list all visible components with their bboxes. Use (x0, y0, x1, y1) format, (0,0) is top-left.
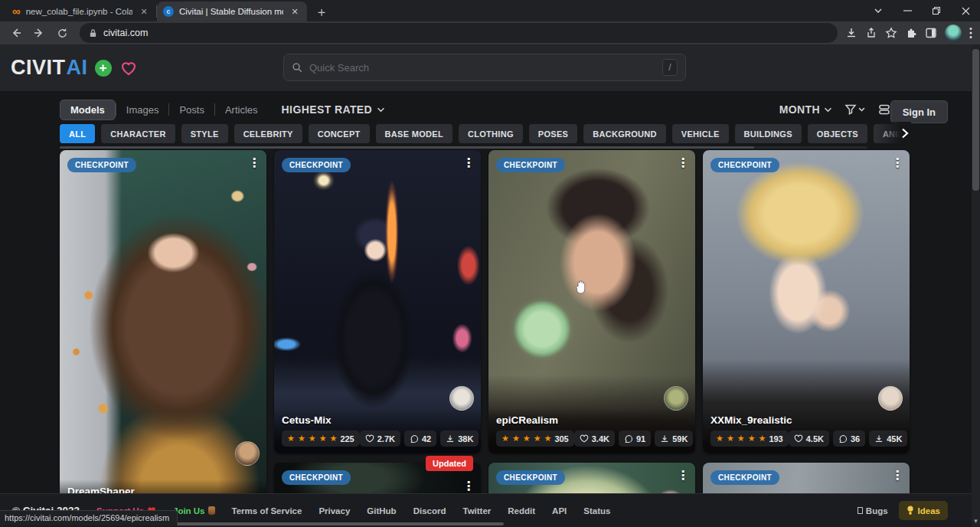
categories-scroll-right[interactable] (876, 122, 911, 145)
share-icon[interactable] (865, 27, 877, 39)
model-card-cetus-mix[interactable]: CHECKPOINT Cetus-Mix 225 2.7K 42 (274, 150, 481, 453)
window-restore-button[interactable] (922, 0, 951, 21)
side-panel-icon[interactable] (925, 27, 937, 39)
card-menu-icon[interactable] (675, 466, 691, 484)
quick-search-bar[interactable]: / (283, 54, 686, 81)
model-card-dreamshaper[interactable]: CHECKPOINT DreamShaper (60, 150, 266, 504)
sort-dropdown[interactable]: HIGHEST RATED (282, 103, 386, 116)
star-icon (759, 434, 766, 444)
tab-search-chevron-icon[interactable] (864, 0, 893, 21)
footer-link-terms[interactable]: Terms of Service (232, 506, 302, 516)
logo-text-civit: CIVIT (11, 56, 66, 80)
window-close-button[interactable] (951, 0, 980, 21)
browser-profile-avatar[interactable] (945, 25, 962, 41)
url-bar[interactable]: civitai.com (80, 23, 838, 43)
creator-avatar[interactable] (235, 441, 260, 466)
browser-menu-icon[interactable] (969, 27, 972, 39)
category-buildings[interactable]: BUILDINGS (735, 124, 802, 143)
category-background[interactable]: BACKGROUND (583, 124, 666, 143)
tab-articles[interactable]: Articles (215, 100, 268, 119)
footer-ideas-button[interactable]: Ideas (899, 501, 948, 520)
comments-count: 42 (422, 434, 431, 444)
category-all[interactable]: ALL (60, 124, 95, 143)
category-vehicle[interactable]: VEHICLE (672, 124, 729, 143)
category-style[interactable]: STYLE (181, 124, 228, 143)
category-concept[interactable]: CONCEPT (309, 124, 370, 143)
footer-link-github[interactable]: GitHub (367, 506, 396, 516)
upload-plus-button[interactable]: + (95, 60, 112, 77)
new-tab-button[interactable]: ＋ (312, 2, 332, 21)
tab-close-icon[interactable]: ✕ (289, 5, 301, 18)
comment-icon (410, 434, 419, 444)
url-text: civitai.com (103, 28, 148, 38)
browser-tab-civitai[interactable]: Civitai | Stable Diffusion models, ✕ (157, 2, 307, 21)
filter-funnel-button[interactable] (844, 103, 865, 116)
content-type-tabs: Models Images Posts Articles (60, 100, 268, 120)
checkpoint-badge: CHECKPOINT (710, 470, 779, 485)
scrollbar-down-arrow[interactable]: ▼ (972, 518, 979, 525)
tab-models[interactable]: Models (60, 100, 116, 120)
logo-text-ai: AI (67, 56, 88, 80)
category-character[interactable]: CHARACTER (101, 124, 175, 143)
chevron-down-icon (858, 107, 865, 112)
heart-outline-icon[interactable] (119, 60, 138, 77)
star-icon (309, 434, 316, 444)
category-base-model[interactable]: BASE MODEL (376, 124, 452, 143)
footer-bugs-button[interactable]: Bugs (858, 506, 888, 516)
checkpoint-badge: CHECKPOINT (496, 470, 565, 485)
model-card-epicrealism[interactable]: CHECKPOINT epiCRealism 305 3.4K 91 (488, 150, 695, 453)
card-menu-icon[interactable] (675, 153, 691, 172)
bug-icon (858, 507, 863, 514)
search-input[interactable] (309, 62, 662, 74)
model-card-xxmix[interactable]: CHECKPOINT XXMix_9realistic 193 4.5K 36 (703, 150, 910, 453)
reload-button[interactable] (52, 23, 72, 43)
browser-titlebar: ∞ new_colab_file.ipynb - Colaborat ✕ Civ… (0, 0, 980, 21)
footer-link-status[interactable]: Status (583, 506, 610, 516)
card-menu-icon[interactable] (247, 153, 262, 172)
model-title: epiCRealism (496, 414, 688, 426)
updated-badge: Updated (426, 456, 473, 471)
footer-link-discord[interactable]: Discord (413, 506, 446, 516)
footer-link-privacy[interactable]: Privacy (318, 506, 350, 516)
tab-title: Civitai | Stable Diffusion models, (179, 7, 283, 16)
likes-count: 3.4K (592, 434, 609, 444)
footer-link-twitter[interactable]: Twitter (462, 506, 491, 516)
chevron-right-icon (900, 128, 910, 139)
category-poses[interactable]: POSES (529, 124, 577, 143)
card-menu-icon[interactable] (890, 153, 905, 172)
extensions-puzzle-icon[interactable] (905, 27, 917, 39)
downloads-count: 38K (458, 434, 473, 444)
creator-avatar[interactable] (449, 386, 474, 411)
checkpoint-badge: CHECKPOINT (282, 158, 351, 172)
category-celebrity[interactable]: CELEBRITY (234, 124, 302, 143)
footer-link-join-us[interactable]: Join Us (173, 506, 215, 516)
download-toolbar-icon[interactable] (845, 27, 858, 39)
card-menu-icon[interactable] (461, 476, 476, 495)
footer-link-reddit[interactable]: Reddit (508, 506, 535, 516)
period-dropdown[interactable]: MONTH (779, 103, 832, 116)
site-header: CIVIT AI + / Sign In (0, 44, 980, 91)
creator-avatar[interactable] (664, 386, 688, 411)
window-minimize-button[interactable] (893, 0, 922, 21)
rating-count: 193 (769, 434, 782, 444)
vertical-scrollbar[interactable]: ▼ (972, 44, 980, 527)
categories-scrollbar[interactable] (60, 146, 867, 149)
tab-images[interactable]: Images (116, 100, 169, 119)
card-menu-icon[interactable] (461, 153, 476, 172)
civitai-logo[interactable]: CIVIT AI (11, 56, 88, 80)
model-title: XXMix_9realistic (710, 414, 902, 426)
footer-link-api[interactable]: API (552, 506, 567, 516)
back-button[interactable] (6, 23, 26, 43)
star-icon (737, 434, 745, 444)
scrollbar-thumb[interactable] (972, 49, 979, 191)
creator-avatar[interactable] (878, 386, 903, 411)
bookmark-star-icon[interactable] (885, 27, 897, 39)
tab-close-icon[interactable]: ✕ (138, 5, 150, 18)
layout-toggle-button[interactable] (877, 103, 891, 116)
tab-posts[interactable]: Posts (169, 100, 214, 119)
browser-tab-colab[interactable]: ∞ new_colab_file.ipynb - Colaborat ✕ (6, 2, 156, 21)
card-menu-icon[interactable] (890, 466, 905, 484)
category-clothing[interactable]: CLOTHING (459, 124, 523, 143)
forward-button[interactable] (29, 23, 49, 43)
category-objects[interactable]: OBJECTS (808, 124, 867, 143)
